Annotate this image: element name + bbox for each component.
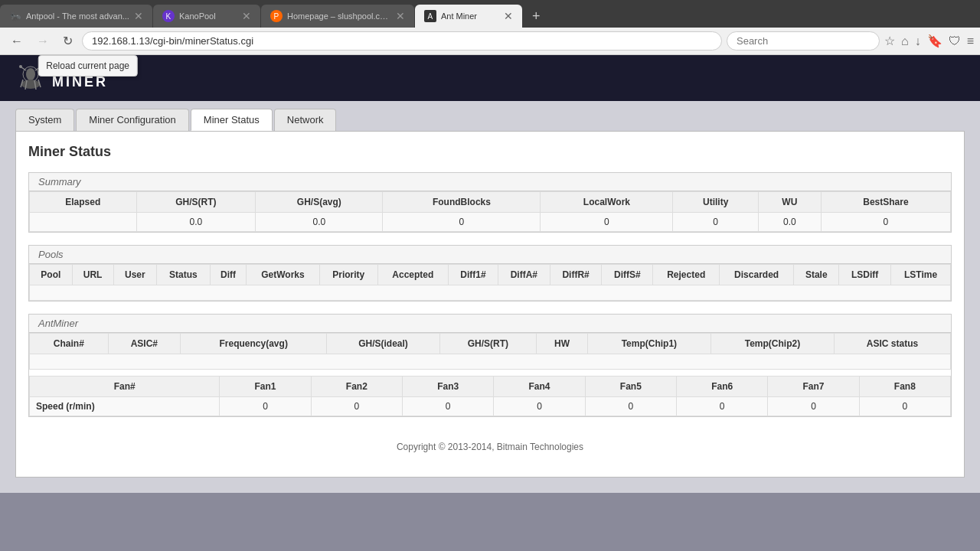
td-localwork: 0 xyxy=(541,213,673,232)
th-pool: Pool xyxy=(30,265,73,285)
chain-header-row: Chain# ASIC# Frequency(avg) GH/S(ideal) … xyxy=(30,334,951,354)
th-wu: WU xyxy=(758,192,821,213)
th-status: Status xyxy=(157,265,210,285)
th-ghs-ideal: GH/S(ideal) xyxy=(327,334,439,354)
th-localwork: LocalWork xyxy=(541,192,673,213)
tab-bar: 🐜 Antpool - The most advan... ✕ K KanoPo… xyxy=(0,0,980,28)
bookmark-star-icon[interactable]: ☆ xyxy=(884,34,895,48)
chain-empty-cell xyxy=(30,354,951,370)
tab-close-kanopool[interactable]: ✕ xyxy=(242,10,251,22)
home-icon[interactable]: ⌂ xyxy=(901,34,909,48)
reload-button[interactable]: ↻ xyxy=(58,31,77,51)
th-diffr: DiffR# xyxy=(550,265,602,285)
th-fan4: Fan4 xyxy=(494,377,585,397)
antminer-header: ANT MINER xyxy=(0,55,980,101)
th-asic-status: ASIC status xyxy=(835,334,951,354)
pools-section: Pools Pool URL User Status Diff GetWorks… xyxy=(28,245,952,302)
tab-favicon-kanopool: K xyxy=(162,10,175,22)
tab-kanopool[interactable]: K KanoPool ✕ xyxy=(153,5,260,28)
tab-antminer[interactable]: A Ant Miner ✕ xyxy=(415,5,522,28)
tab-network[interactable]: Network xyxy=(274,109,337,131)
th-ghs-avg: GH/S(avg) xyxy=(256,192,383,213)
summary-header-row: Elapsed GH/S(RT) GH/S(avg) FoundBlocks L… xyxy=(30,192,951,213)
th-lstime: LSTime xyxy=(891,265,951,285)
summary-section: Summary Elapsed GH/S(RT) GH/S(avg) Found… xyxy=(28,172,952,233)
td-fan8-val: 0 xyxy=(859,397,950,416)
tab-miner-status[interactable]: Miner Status xyxy=(191,109,273,131)
th-elapsed: Elapsed xyxy=(30,192,137,213)
td-fan5-val: 0 xyxy=(585,397,676,416)
th-discarded: Discarded xyxy=(720,265,794,285)
th-rejected: Rejected xyxy=(653,265,720,285)
td-fan3-val: 0 xyxy=(403,397,494,416)
pools-table: Pool URL User Status Diff GetWorks Prior… xyxy=(29,264,951,301)
antminer-section: AntMiner Chain# ASIC# Frequency(avg) GH/… xyxy=(28,314,952,417)
th-fan6: Fan6 xyxy=(676,377,767,397)
fan-table: Fan# Fan1 Fan2 Fan3 Fan4 Fan5 Fan6 Fan7 … xyxy=(29,376,951,416)
tab-title-kanopool: KanoPool xyxy=(179,11,237,21)
th-temp2: Temp(Chip2) xyxy=(710,334,834,354)
td-wu: 0.0 xyxy=(758,213,821,232)
th-user: User xyxy=(113,265,157,285)
td-foundblocks: 0 xyxy=(383,213,541,232)
svg-point-4 xyxy=(19,65,22,68)
search-input[interactable] xyxy=(727,31,880,51)
td-fan6-val: 0 xyxy=(676,397,767,416)
download-icon[interactable]: ↓ xyxy=(915,34,921,48)
antminer-section-header: AntMiner xyxy=(29,315,951,333)
th-asic: ASIC# xyxy=(108,334,180,354)
copyright: Copyright © 2013-2014, Bitmain Technolog… xyxy=(28,429,952,465)
new-tab-button[interactable]: + xyxy=(526,8,547,24)
td-utility: 0 xyxy=(673,213,758,232)
th-fan8: Fan8 xyxy=(859,377,950,397)
td-bestshare: 0 xyxy=(821,213,950,232)
tab-close-antminer[interactable]: ✕ xyxy=(504,10,513,22)
shield-icon[interactable]: 🛡 xyxy=(949,34,961,48)
forward-button[interactable]: → xyxy=(32,31,54,51)
tab-favicon-antpool: 🐜 xyxy=(9,10,21,22)
pools-empty-row xyxy=(30,285,951,301)
td-speed-label: Speed (r/min) xyxy=(30,397,220,416)
logo-bottom: MINER xyxy=(52,74,108,90)
chain-empty-row xyxy=(30,354,951,370)
summary-data-row: 0.0 0.0 0 0 0 0.0 0 xyxy=(30,213,951,232)
tab-slushpool[interactable]: P Homepage – slushpool.com ✕ xyxy=(261,5,414,28)
th-ghs-rt: GH/S(RT) xyxy=(136,192,256,213)
tab-close-slushpool[interactable]: ✕ xyxy=(396,10,405,22)
content-box: Miner Status Summary Elapsed GH/S(RT) GH… xyxy=(15,131,965,478)
back-button[interactable]: ← xyxy=(6,31,28,51)
summary-table: Elapsed GH/S(RT) GH/S(avg) FoundBlocks L… xyxy=(29,191,951,232)
th-bestshare: BestShare xyxy=(821,192,950,213)
th-priority: Priority xyxy=(319,265,377,285)
menu-icon[interactable]: ≡ xyxy=(967,34,974,48)
page-title: Miner Status xyxy=(28,144,952,160)
url-bar[interactable] xyxy=(82,31,722,51)
tab-close-antpool[interactable]: ✕ xyxy=(134,10,143,22)
svg-point-1 xyxy=(26,68,35,80)
svg-point-6 xyxy=(21,80,40,89)
th-diff1: Diff1# xyxy=(448,265,498,285)
th-temp1: Temp(Chip1) xyxy=(587,334,710,354)
th-utility: Utility xyxy=(673,192,758,213)
th-hw: HW xyxy=(537,334,588,354)
tab-system[interactable]: System xyxy=(15,109,74,131)
reload-tooltip: Reload current page xyxy=(38,55,138,77)
browser-chrome: 🐜 Antpool - The most advan... ✕ K KanoPo… xyxy=(0,0,980,55)
td-fan1-val: 0 xyxy=(220,397,311,416)
page-content: ANT MINER System Miner Configuration Min… xyxy=(0,55,980,493)
main-area: System Miner Configuration Miner Status … xyxy=(0,101,980,493)
th-diffs: DiffS# xyxy=(602,265,653,285)
bookmarks-icon[interactable]: 🔖 xyxy=(927,34,942,48)
th-url: URL xyxy=(72,265,113,285)
th-fan3: Fan3 xyxy=(403,377,494,397)
tab-antpool[interactable]: 🐜 Antpool - The most advan... ✕ xyxy=(0,5,152,28)
th-fan5: Fan5 xyxy=(585,377,676,397)
tab-miner-config[interactable]: Miner Configuration xyxy=(76,109,188,131)
pools-empty-cell xyxy=(30,285,951,301)
th-fan2: Fan2 xyxy=(311,377,402,397)
th-chain: Chain# xyxy=(30,334,109,354)
th-accepted: Accepted xyxy=(377,265,448,285)
tab-title-antminer: Ant Miner xyxy=(441,11,499,21)
th-fan1: Fan1 xyxy=(220,377,311,397)
tab-title-slushpool: Homepage – slushpool.com xyxy=(287,11,391,21)
